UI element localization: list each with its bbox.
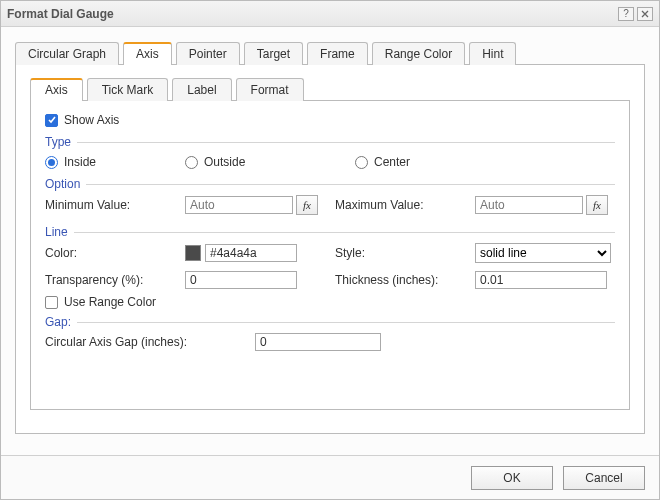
line-row-1: Color: Style: solid line	[45, 239, 615, 267]
outer-tabs: Circular Graph Axis Pointer Target Frame…	[15, 41, 645, 64]
inner-tabs: Axis Tick Mark Label Format	[30, 77, 630, 100]
radio-center[interactable]: Center	[355, 155, 410, 169]
max-fx-button[interactable]: fx	[586, 195, 608, 215]
tab-range-color[interactable]: Range Color	[372, 42, 465, 65]
color-label: Color:	[45, 246, 185, 260]
use-range-color-checkbox[interactable]	[45, 296, 58, 309]
max-value-label: Maximum Value:	[335, 198, 475, 212]
window-title: Format Dial Gauge	[7, 7, 615, 21]
radio-outside-label: Outside	[204, 155, 245, 169]
radio-outside[interactable]: Outside	[185, 155, 355, 169]
use-range-color-label: Use Range Color	[64, 295, 156, 309]
help-button[interactable]: ?	[618, 7, 634, 21]
ok-button[interactable]: OK	[471, 466, 553, 490]
tab-pointer[interactable]: Pointer	[176, 42, 240, 65]
gap-input[interactable]	[255, 333, 381, 351]
titlebar: Format Dial Gauge ?	[1, 1, 659, 27]
tab-target[interactable]: Target	[244, 42, 303, 65]
radio-outside-dot	[185, 156, 198, 169]
radio-inside[interactable]: Inside	[45, 155, 185, 169]
inner-tab-tick-mark[interactable]: Tick Mark	[87, 78, 169, 101]
option-row: Minimum Value: fx Maximum Value: fx	[45, 191, 615, 219]
use-range-color-row: Use Range Color	[45, 295, 615, 309]
color-swatch[interactable]	[185, 245, 201, 261]
thickness-label: Thickness (inches):	[335, 273, 475, 287]
min-fx-button[interactable]: fx	[296, 195, 318, 215]
tab-circular-graph[interactable]: Circular Graph	[15, 42, 119, 65]
show-axis-row: Show Axis	[45, 113, 615, 127]
group-option: Option	[45, 177, 615, 191]
min-value-input[interactable]	[185, 196, 293, 214]
group-gap: Gap:	[45, 315, 615, 329]
group-line: Line	[45, 225, 615, 239]
inner-tab-label[interactable]: Label	[172, 78, 231, 101]
cancel-button[interactable]: Cancel	[563, 466, 645, 490]
min-value-label: Minimum Value:	[45, 198, 185, 212]
gap-label: Circular Axis Gap (inches):	[45, 335, 255, 349]
outer-panel: Axis Tick Mark Label Format Show Axis Ty…	[15, 64, 645, 434]
radio-inside-label: Inside	[64, 155, 96, 169]
color-input[interactable]	[205, 244, 297, 262]
close-button[interactable]	[637, 7, 653, 21]
gap-row: Circular Axis Gap (inches):	[45, 329, 615, 355]
tab-frame[interactable]: Frame	[307, 42, 368, 65]
radio-center-dot	[355, 156, 368, 169]
group-type: Type	[45, 135, 615, 149]
max-value-input[interactable]	[475, 196, 583, 214]
inner-panel: Show Axis Type Inside Outside Cent	[30, 100, 630, 410]
content-area: Circular Graph Axis Pointer Target Frame…	[1, 27, 659, 455]
inner-tab-format[interactable]: Format	[236, 78, 304, 101]
thickness-input[interactable]	[475, 271, 607, 289]
style-label: Style:	[335, 246, 475, 260]
transparency-input[interactable]	[185, 271, 297, 289]
tab-hint[interactable]: Hint	[469, 42, 516, 65]
show-axis-label: Show Axis	[64, 113, 119, 127]
inner-tab-axis[interactable]: Axis	[30, 78, 83, 101]
dialog: Format Dial Gauge ? Circular Graph Axis …	[0, 0, 660, 500]
tab-axis[interactable]: Axis	[123, 42, 172, 65]
footer: OK Cancel	[1, 455, 659, 499]
type-radio-row: Inside Outside Center	[45, 149, 615, 171]
radio-center-label: Center	[374, 155, 410, 169]
line-row-2: Transparency (%): Thickness (inches):	[45, 267, 615, 293]
radio-inside-dot	[45, 156, 58, 169]
style-select[interactable]: solid line	[475, 243, 611, 263]
show-axis-checkbox[interactable]	[45, 114, 58, 127]
transparency-label: Transparency (%):	[45, 273, 185, 287]
